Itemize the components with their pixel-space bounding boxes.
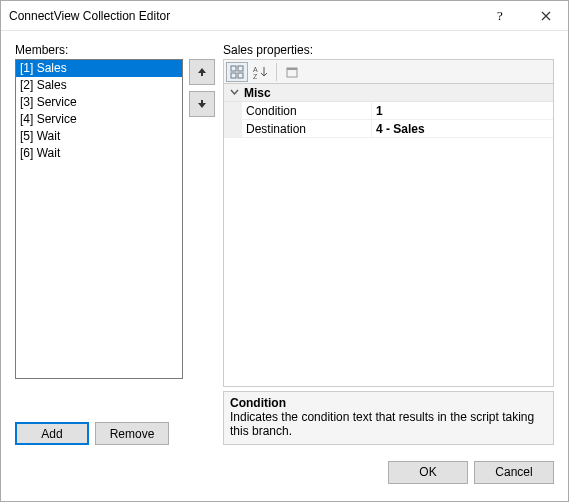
property-name: Condition — [242, 102, 372, 119]
property-name: Destination — [242, 120, 372, 137]
svg-text:Z: Z — [253, 73, 258, 79]
svg-text:A: A — [253, 66, 258, 73]
properties-panel: Sales properties: AZ — [223, 43, 554, 445]
cancel-button[interactable]: Cancel — [474, 461, 554, 484]
description-panel: Condition Indicates the condition text t… — [223, 391, 554, 445]
members-label: Members: — [15, 43, 215, 57]
property-value[interactable]: 1 — [372, 102, 553, 119]
svg-rect-8 — [287, 68, 297, 70]
category-label: Misc — [244, 86, 271, 100]
list-item[interactable]: [2] Sales — [16, 77, 182, 94]
reorder-buttons — [189, 59, 215, 414]
property-row[interactable]: Condition1 — [224, 102, 553, 120]
svg-rect-2 — [238, 66, 243, 71]
dialog-footer: OK Cancel — [1, 455, 568, 501]
ok-button[interactable]: OK — [388, 461, 468, 484]
property-pages-button[interactable] — [281, 62, 303, 82]
add-button[interactable]: Add — [15, 422, 89, 445]
property-grid[interactable]: MiscCondition1Destination4 - Sales — [223, 83, 554, 387]
close-button[interactable] — [523, 1, 568, 30]
members-panel: Members: [1] Sales[2] Sales[3] Service[4… — [15, 43, 215, 445]
alphabetical-button[interactable]: AZ — [250, 62, 272, 82]
property-grid-toolbar: AZ — [223, 59, 554, 83]
dialog-content: Members: [1] Sales[2] Sales[3] Service[4… — [1, 31, 568, 455]
svg-rect-1 — [231, 66, 236, 71]
arrow-down-icon — [197, 99, 207, 109]
list-item[interactable]: [3] Service — [16, 94, 182, 111]
property-category[interactable]: Misc — [224, 84, 553, 102]
svg-rect-3 — [231, 73, 236, 78]
list-item[interactable]: [4] Service — [16, 111, 182, 128]
property-value[interactable]: 4 - Sales — [372, 120, 553, 137]
remove-button[interactable]: Remove — [95, 422, 169, 445]
dialog-window: ConnectView Collection Editor ? Members:… — [0, 0, 569, 502]
chevron-down-icon — [228, 88, 240, 97]
toolbar-separator — [276, 63, 277, 81]
description-text: Indicates the condition text that result… — [230, 410, 547, 438]
categorized-icon — [230, 65, 244, 79]
list-item[interactable]: [1] Sales — [16, 60, 182, 77]
properties-label: Sales properties: — [223, 43, 554, 57]
property-pages-icon — [285, 65, 299, 79]
members-listbox[interactable]: [1] Sales[2] Sales[3] Service[4] Service… — [15, 59, 183, 379]
list-item[interactable]: [6] Wait — [16, 145, 182, 162]
window-title: ConnectView Collection Editor — [9, 9, 478, 23]
help-button[interactable]: ? — [478, 1, 523, 30]
list-item[interactable]: [5] Wait — [16, 128, 182, 145]
svg-text:?: ? — [497, 9, 503, 23]
move-up-button[interactable] — [189, 59, 215, 85]
categorized-button[interactable] — [226, 62, 248, 82]
svg-rect-4 — [238, 73, 243, 78]
property-row[interactable]: Destination4 - Sales — [224, 120, 553, 138]
alphabetical-icon: AZ — [253, 65, 269, 79]
description-title: Condition — [230, 396, 547, 410]
arrow-up-icon — [197, 67, 207, 77]
move-down-button[interactable] — [189, 91, 215, 117]
titlebar: ConnectView Collection Editor ? — [1, 1, 568, 31]
